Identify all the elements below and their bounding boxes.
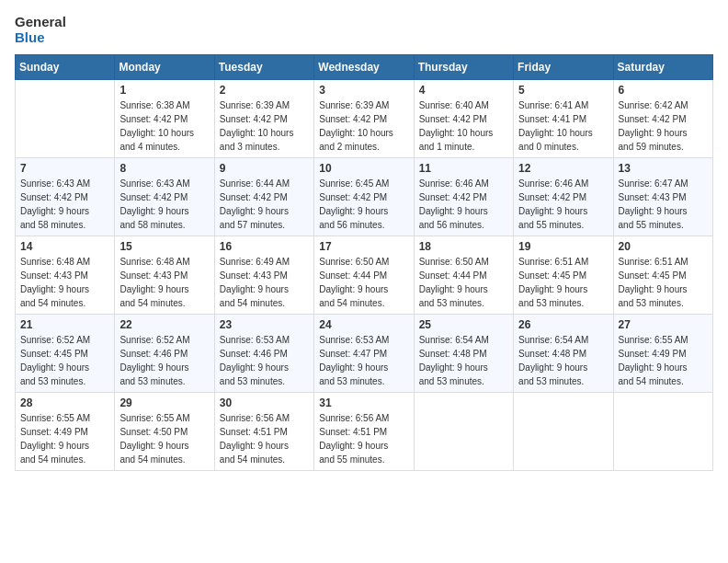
day-info-line: Daylight: 9 hours — [220, 362, 289, 373]
day-number: 14 — [20, 240, 109, 253]
day-info-line: Sunrise: 6:47 AM — [619, 178, 688, 189]
day-info: Sunrise: 6:54 AMSunset: 4:48 PMDaylight:… — [518, 333, 608, 388]
calendar-cell: 20Sunrise: 6:51 AMSunset: 4:45 PMDayligh… — [613, 236, 712, 315]
calendar-cell: 31Sunrise: 6:56 AMSunset: 4:51 PMDayligh… — [314, 393, 414, 471]
day-info-line: Sunrise: 6:39 AM — [319, 100, 389, 110]
day-info-line: Daylight: 10 hours — [419, 128, 494, 138]
day-number: 20 — [619, 240, 708, 253]
day-info-line: Daylight: 9 hours — [119, 362, 188, 373]
day-number: 25 — [419, 318, 508, 331]
day-info-line: Daylight: 9 hours — [619, 362, 688, 373]
calendar-week-2: 7Sunrise: 6:43 AMSunset: 4:42 PMDaylight… — [16, 158, 713, 236]
day-number: 15 — [119, 240, 209, 253]
day-number: 26 — [518, 318, 608, 331]
day-info-line: Sunset: 4:44 PM — [419, 270, 487, 281]
calendar-cell: 10Sunrise: 6:45 AMSunset: 4:42 PMDayligh… — [314, 158, 414, 236]
day-number: 6 — [619, 84, 708, 97]
calendar-cell — [414, 393, 513, 471]
day-number: 4 — [419, 84, 508, 97]
calendar-cell: 3Sunrise: 6:39 AMSunset: 4:42 PMDaylight… — [314, 80, 414, 158]
day-info: Sunrise: 6:44 AMSunset: 4:42 PMDaylight:… — [220, 177, 309, 232]
day-info-line: Sunrise: 6:39 AM — [220, 100, 290, 110]
day-info-line: Sunset: 4:42 PM — [319, 114, 387, 124]
day-info-line: Daylight: 9 hours — [20, 362, 89, 373]
weekday-header-tuesday: Tuesday — [214, 55, 313, 80]
day-info-line: Sunrise: 6:46 AM — [518, 178, 588, 189]
day-info-line: Daylight: 10 hours — [518, 128, 593, 138]
calendar-cell: 5Sunrise: 6:41 AMSunset: 4:41 PMDaylight… — [514, 80, 613, 158]
weekday-header-thursday: Thursday — [414, 55, 513, 80]
day-info: Sunrise: 6:49 AMSunset: 4:43 PMDaylight:… — [220, 255, 309, 310]
day-info: Sunrise: 6:41 AMSunset: 4:41 PMDaylight:… — [518, 98, 608, 154]
weekday-header-friday: Friday — [514, 55, 613, 80]
day-number: 10 — [319, 162, 408, 175]
calendar-cell: 14Sunrise: 6:48 AMSunset: 4:43 PMDayligh… — [16, 236, 115, 315]
day-info-line: Sunrise: 6:44 AM — [220, 178, 290, 189]
day-info-line: and 53 minutes. — [119, 376, 185, 386]
day-info-line: Sunrise: 6:43 AM — [20, 178, 90, 189]
day-info: Sunrise: 6:48 AMSunset: 4:43 PMDaylight:… — [119, 255, 209, 310]
weekday-header-saturday: Saturday — [613, 55, 712, 80]
day-info-line: and 55 minutes. — [619, 220, 684, 230]
day-info-line: Daylight: 9 hours — [220, 206, 289, 216]
day-info-line: Sunrise: 6:38 AM — [119, 100, 189, 110]
day-info-line: Daylight: 9 hours — [119, 206, 188, 216]
day-info: Sunrise: 6:43 AMSunset: 4:42 PMDaylight:… — [20, 177, 109, 232]
calendar-cell: 27Sunrise: 6:55 AMSunset: 4:49 PMDayligh… — [613, 315, 712, 393]
day-info-line: Sunrise: 6:54 AM — [419, 335, 489, 345]
calendar-cell: 8Sunrise: 6:43 AMSunset: 4:42 PMDaylight… — [115, 158, 214, 236]
day-info-line: and 2 minutes. — [319, 142, 380, 152]
day-number: 12 — [518, 162, 608, 175]
day-info-line: Daylight: 10 hours — [220, 128, 294, 138]
day-info-line: Sunrise: 6:53 AM — [319, 335, 389, 345]
day-info-line: Sunrise: 6:52 AM — [119, 335, 189, 345]
day-info-line: Sunset: 4:42 PM — [20, 192, 88, 202]
day-info: Sunrise: 6:54 AMSunset: 4:48 PMDaylight:… — [419, 333, 508, 388]
calendar-cell: 2Sunrise: 6:39 AMSunset: 4:42 PMDaylight… — [214, 80, 313, 158]
day-info-line: Sunrise: 6:46 AM — [419, 178, 489, 189]
calendar-table: SundayMondayTuesdayWednesdayThursdayFrid… — [15, 54, 713, 471]
day-number: 24 — [319, 318, 408, 331]
day-info-line: Daylight: 9 hours — [20, 441, 89, 451]
day-info-line: Sunset: 4:49 PM — [20, 427, 88, 437]
day-info: Sunrise: 6:52 AMSunset: 4:45 PMDaylight:… — [20, 333, 109, 388]
day-info-line: and 53 minutes. — [619, 298, 684, 308]
calendar-cell: 13Sunrise: 6:47 AMSunset: 4:43 PMDayligh… — [613, 158, 712, 236]
day-info-line: Daylight: 9 hours — [518, 284, 587, 294]
calendar-cell: 29Sunrise: 6:55 AMSunset: 4:50 PMDayligh… — [115, 393, 214, 471]
calendar-cell: 4Sunrise: 6:40 AMSunset: 4:42 PMDaylight… — [414, 80, 513, 158]
day-info-line: and 0 minutes. — [518, 142, 579, 152]
day-info: Sunrise: 6:43 AMSunset: 4:42 PMDaylight:… — [119, 177, 209, 232]
day-info-line: Sunset: 4:44 PM — [319, 270, 387, 281]
day-info-line: Sunset: 4:43 PM — [220, 270, 288, 281]
calendar-cell: 21Sunrise: 6:52 AMSunset: 4:45 PMDayligh… — [16, 315, 115, 393]
day-info: Sunrise: 6:46 AMSunset: 4:42 PMDaylight:… — [518, 177, 608, 232]
day-info-line: Daylight: 9 hours — [619, 284, 688, 294]
day-number: 23 — [220, 318, 309, 331]
calendar-cell: 19Sunrise: 6:51 AMSunset: 4:45 PMDayligh… — [514, 236, 613, 315]
day-info-line: and 54 minutes. — [220, 298, 285, 308]
day-info-line: and 54 minutes. — [619, 376, 684, 386]
day-info: Sunrise: 6:55 AMSunset: 4:49 PMDaylight:… — [619, 333, 708, 388]
day-info-line: Sunset: 4:43 PM — [619, 192, 687, 202]
day-info-line: Sunset: 4:43 PM — [119, 270, 188, 281]
day-info-line: and 53 minutes. — [419, 298, 484, 308]
day-info-line: and 54 minutes. — [20, 454, 85, 465]
day-info-line: Daylight: 9 hours — [319, 441, 388, 451]
day-number: 17 — [319, 240, 408, 253]
day-info: Sunrise: 6:50 AMSunset: 4:44 PMDaylight:… — [419, 255, 508, 310]
day-info: Sunrise: 6:39 AMSunset: 4:42 PMDaylight:… — [220, 98, 309, 154]
day-info-line: Sunrise: 6:51 AM — [619, 257, 688, 267]
day-info-line: Sunrise: 6:52 AM — [20, 335, 90, 345]
day-info-line: Daylight: 9 hours — [419, 206, 488, 216]
day-number: 28 — [20, 396, 109, 409]
logo: General Blue — [15, 15, 66, 45]
calendar-cell: 12Sunrise: 6:46 AMSunset: 4:42 PMDayligh… — [514, 158, 613, 236]
day-info-line: Daylight: 9 hours — [220, 441, 289, 451]
calendar-cell: 1Sunrise: 6:38 AMSunset: 4:42 PMDaylight… — [115, 80, 214, 158]
day-info-line: Sunset: 4:42 PM — [419, 114, 487, 124]
day-info-line: and 53 minutes. — [20, 376, 85, 386]
day-info-line: Sunset: 4:45 PM — [20, 349, 88, 359]
day-info-line: Daylight: 9 hours — [119, 441, 188, 451]
calendar-cell: 25Sunrise: 6:54 AMSunset: 4:48 PMDayligh… — [414, 315, 513, 393]
